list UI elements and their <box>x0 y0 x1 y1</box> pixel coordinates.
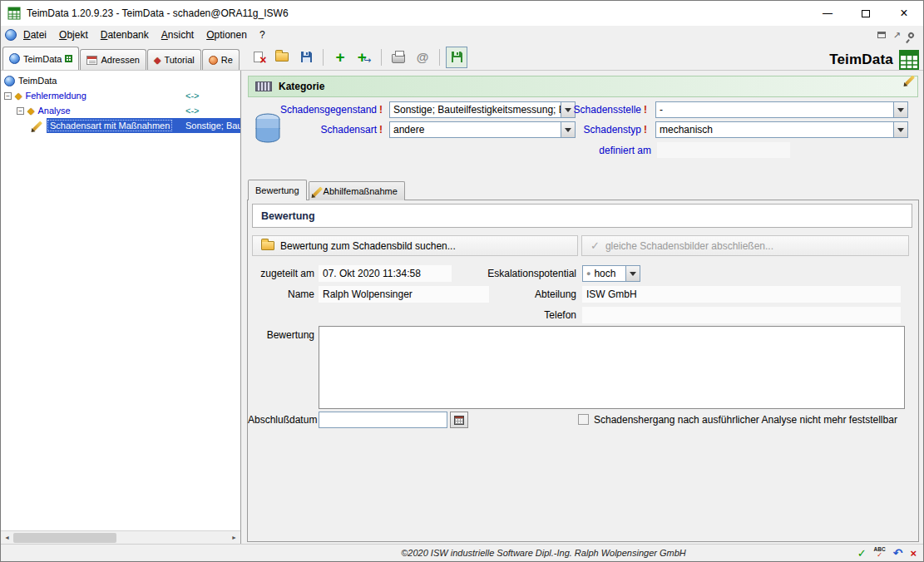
menu-datei[interactable]: Datei <box>17 27 52 42</box>
required-icon: ! <box>644 101 647 118</box>
maximize-button[interactable] <box>847 1 885 26</box>
collapse-icon[interactable]: − <box>4 92 12 100</box>
confirm-icon[interactable]: ✓ <box>857 547 867 560</box>
analyse-icon: ◆ <box>27 106 34 116</box>
minimize-icon: — <box>823 7 833 19</box>
email-button[interactable]: @ <box>412 47 433 68</box>
menu-help[interactable]: ? <box>254 27 271 42</box>
schadensgegenstand-select[interactable]: Sonstige; Bauteilfestigkeitsmessung; Bau… <box>389 101 576 118</box>
tab-teimdata[interactable]: TeimData <box>2 47 79 70</box>
schadensgegenstand-value: Sonstige; Bauteilfestigkeitsmessung; Bau… <box>390 104 561 116</box>
dock-icon[interactable] <box>877 32 886 38</box>
open-button[interactable] <box>271 47 293 68</box>
add-jump-button[interactable]: +↪ <box>353 47 375 68</box>
dropdown-button[interactable] <box>625 266 640 281</box>
calendar-icon <box>454 416 464 425</box>
tree-item-label: Analyse <box>37 106 70 116</box>
detail-pane: Kategorie Schadensgegenstand ! Sonstige;… <box>244 71 923 544</box>
bewertung-panel: Bewertung Bewertung zum Schadensbild suc… <box>247 200 919 542</box>
eskalationspotential-label: Eskalationspotential <box>464 265 576 282</box>
collapse-icon[interactable]: − <box>17 107 24 115</box>
menu-ansicht[interactable]: Ansicht <box>156 27 200 42</box>
tab-bewertung-label: Bewertung <box>255 185 299 195</box>
schadensart-label: Schadensart <box>252 121 377 138</box>
grid-mini-icon <box>65 55 72 62</box>
status-icons: ✓ ABC ✓ ↶ × <box>857 546 923 560</box>
schadensstelle-value: - <box>656 104 893 116</box>
close-schadensbilder-button[interactable]: ✓ gleiche Schadensbilder abschließen... <box>581 235 909 256</box>
scrollbar-thumb[interactable] <box>13 533 116 543</box>
tab-abhilfemassnahme[interactable]: Abhilfemaßnahme <box>309 181 405 200</box>
jump-arrow-icon: ↪ <box>363 55 371 66</box>
feststellbar-checkbox[interactable] <box>578 414 589 425</box>
menu-optionen[interactable]: Optionen <box>200 27 253 42</box>
scroll-right-icon[interactable]: ► <box>228 531 240 545</box>
tab-adressen[interactable]: Adressen <box>80 49 146 70</box>
pin-icon[interactable] <box>907 31 916 39</box>
main-area: TeimData − ◆ Fehlermeldung <-> − ◆ Analy… <box>1 71 923 544</box>
scroll-left-icon[interactable]: ◄ <box>1 531 13 545</box>
chevron-down-icon <box>630 272 636 276</box>
tab-adressen-label: Adressen <box>101 55 139 65</box>
window-title: TeimData 1.20.9.23 - TeimData - schaden@… <box>27 7 289 19</box>
dropdown-button[interactable] <box>893 102 907 117</box>
tutorial-icon: ◆ <box>154 55 161 66</box>
app-menu-icon[interactable] <box>5 29 17 41</box>
spellcheck-icon[interactable]: ABC ✓ <box>874 547 886 559</box>
kategorie-title: Kategorie <box>279 81 324 92</box>
commit-floppy-icon <box>451 51 463 63</box>
dropdown-button[interactable] <box>893 122 907 137</box>
tab-re[interactable]: Re <box>202 49 240 70</box>
commit-save-button[interactable] <box>446 47 467 68</box>
tab-tutorial[interactable]: ◆ Tutorial <box>147 49 201 70</box>
menu-datenbank[interactable]: Datenbank <box>95 27 155 42</box>
undo-icon[interactable]: ↶ <box>893 546 903 560</box>
pencil-icon <box>32 121 42 131</box>
tree-item-fehlermeldung[interactable]: − ◆ Fehlermeldung <-> <box>1 88 240 103</box>
minimize-button[interactable]: — <box>808 1 847 26</box>
detach-icon[interactable]: ↗ <box>893 30 901 41</box>
abschlussdatum-label: Abschlußdatum <box>248 412 314 428</box>
window-controls: — × <box>808 1 923 26</box>
schadenstyp-label: Schadenstyp <box>560 121 641 138</box>
toolbar-separator <box>381 49 382 66</box>
cancel-icon[interactable]: × <box>910 547 917 560</box>
discard-icon: × <box>254 52 263 62</box>
tree-root[interactable]: TeimData <box>1 73 240 88</box>
tree-item-schadensart[interactable]: Schadensart mit Maßnahmen Sonstige; Baut <box>1 118 240 133</box>
feststellbar-checkbox-label: Schadenshergang nach ausführlicher Analy… <box>594 412 897 428</box>
tree-item-analyse[interactable]: − ◆ Analyse <-> <box>1 103 240 118</box>
maximize-icon <box>862 10 870 17</box>
at-icon: @ <box>417 50 429 64</box>
search-schadensbild-button[interactable]: Bewertung zum Schadensbild suchen... <box>252 235 578 256</box>
close-button[interactable]: × <box>885 1 923 26</box>
discard-button[interactable]: × <box>247 47 269 68</box>
titlebar: TeimData 1.20.9.23 - TeimData - schaden@… <box>1 1 923 26</box>
eskalationspotential-select[interactable]: ● hoch <box>582 265 640 282</box>
tree-horizontal-scrollbar[interactable]: ◄ ► <box>1 530 240 544</box>
zugeteilt-am-value: 07. Okt 2020 11:34:58 <box>319 265 452 282</box>
menu-objekt[interactable]: Objekt <box>53 27 94 42</box>
tab-bewertung[interactable]: Bewertung <box>248 180 307 200</box>
schadensart-select[interactable]: andere <box>389 121 576 138</box>
print-button[interactable] <box>388 47 409 68</box>
save-button[interactable] <box>295 47 317 68</box>
schadensstelle-label: Schadensstelle <box>560 101 641 118</box>
toolbar-separator <box>323 49 324 66</box>
calendar-button[interactable] <box>450 412 468 428</box>
telefon-label: Telefon <box>464 307 576 323</box>
kategorie-edit-button[interactable] <box>908 75 912 88</box>
menubar-dock-controls: ↗ <box>877 30 919 41</box>
close-icon: × <box>900 6 907 21</box>
app-icon <box>7 7 21 20</box>
check-icon: ✓ <box>590 239 600 252</box>
chevron-down-icon <box>897 108 904 112</box>
add-button[interactable]: + <box>329 47 351 68</box>
search-button-label: Bewertung zum Schadensbild suchen... <box>280 240 456 252</box>
schadensstelle-select[interactable]: - <box>655 101 908 118</box>
abschlussdatum-input[interactable] <box>319 412 447 428</box>
schadenstyp-select[interactable]: mechanisch <box>655 121 908 138</box>
bewertung-textarea[interactable] <box>319 326 905 409</box>
abteilung-value: ISW GmbH <box>582 286 901 303</box>
plus-icon: + <box>335 49 344 65</box>
